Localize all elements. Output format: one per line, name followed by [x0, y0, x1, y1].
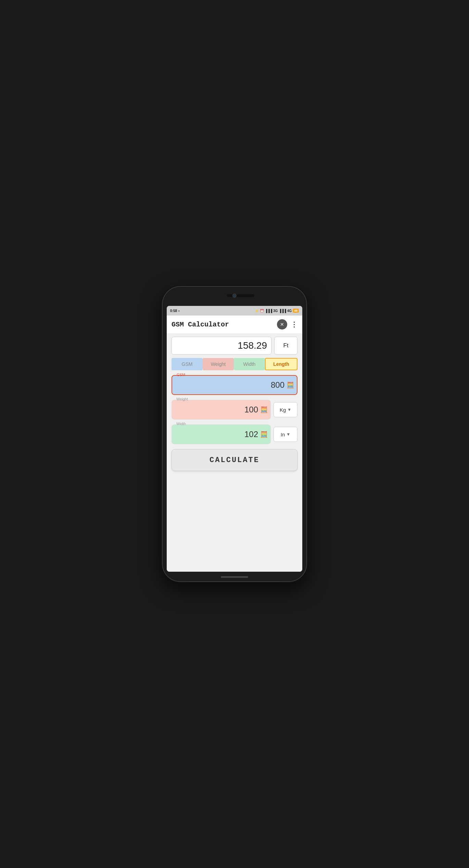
gsm-label: GSM	[176, 373, 186, 377]
width-unit-dropdown[interactable]: In ▼	[274, 427, 297, 442]
calculate-label: CALCULATE	[210, 456, 259, 464]
gsm-input[interactable]: GSM 800 🧮	[172, 375, 297, 395]
main-content: 158.29 Ft GSM Weight Width Length	[167, 333, 302, 572]
tab-width[interactable]: Width	[234, 358, 265, 370]
phone-shell: 0:58 ▪ ⚡ ⏰ ▐▐▐ 3G ▐▐▐ 4G 48 GSM Calculat…	[163, 287, 306, 581]
weight-value: 100	[244, 405, 258, 414]
battery-badge: 48	[293, 309, 299, 313]
width-value: 102	[244, 430, 258, 439]
gsm-field-group: GSM 800 🧮	[172, 375, 297, 395]
gsm-field-wrapper: GSM 800 🧮	[172, 375, 297, 395]
camera	[232, 294, 237, 298]
weight-field-group: Weight 100 🧮 Kg ▼	[172, 400, 297, 420]
status-right: ⚡ ⏰ ▐▐▐ 3G ▐▐▐ 4G 48	[255, 309, 299, 313]
width-unit-value: In	[281, 432, 285, 437]
weight-label: Weight	[175, 397, 189, 401]
app-title: GSM Calculator	[172, 321, 274, 328]
width-dropdown-arrow: ▼	[286, 432, 290, 437]
result-row: 158.29 Ft	[172, 337, 297, 355]
status-bar: 0:58 ▪ ⚡ ⏰ ▐▐▐ 3G ▐▐▐ 4G 48	[167, 306, 302, 315]
result-unit: Ft	[274, 337, 297, 355]
signal-4g-icon: ▐▐▐	[279, 309, 286, 313]
alarm-icon: ⏰	[260, 309, 264, 313]
weight-field-wrapper: Weight 100 🧮 Kg ▼	[172, 400, 297, 420]
close-button[interactable]: ✕	[277, 319, 287, 330]
gsm-value: 800	[271, 380, 284, 390]
phone-screen: 0:58 ▪ ⚡ ⏰ ▐▐▐ 3G ▐▐▐ 4G 48 GSM Calculat…	[167, 306, 302, 572]
width-field-wrapper: Width 102 🧮 In ▼	[172, 424, 297, 444]
status-icon-screen: ▪	[178, 309, 180, 313]
weight-unit-value: Kg	[280, 407, 286, 413]
weight-dropdown-arrow: ▼	[287, 407, 291, 412]
menu-button[interactable]: ⋮	[291, 320, 297, 328]
bluetooth-icon: ⚡	[255, 309, 259, 313]
weight-input[interactable]: Weight 100 🧮	[172, 400, 271, 420]
tab-gsm[interactable]: GSM	[172, 358, 203, 370]
status-time: 0:58	[170, 309, 177, 313]
tab-length[interactable]: Length	[265, 358, 297, 370]
weight-unit-dropdown[interactable]: Kg ▼	[274, 402, 297, 417]
network-4g-label: 4G	[287, 309, 292, 313]
width-label: Width	[175, 422, 187, 426]
result-value: 158.29	[238, 340, 267, 351]
width-input[interactable]: Width 102 🧮	[172, 424, 271, 444]
status-left: 0:58 ▪	[170, 309, 180, 313]
home-bar	[221, 576, 248, 578]
tab-weight[interactable]: Weight	[203, 358, 234, 370]
calculate-button[interactable]: CALCULATE	[172, 449, 297, 471]
width-field-group: Width 102 🧮 In ▼	[172, 424, 297, 444]
width-calc-icon[interactable]: 🧮	[260, 431, 268, 438]
gsm-calc-icon[interactable]: 🧮	[287, 381, 294, 389]
weight-calc-icon[interactable]: 🧮	[260, 406, 268, 413]
signal-3g-icon: ▐▐▐	[265, 309, 272, 313]
network-label: 3G	[273, 309, 278, 313]
speaker	[227, 294, 254, 297]
result-display: 158.29	[172, 337, 271, 355]
app-bar: GSM Calculator ✕ ⋮	[167, 315, 302, 333]
tab-row: GSM Weight Width Length	[172, 358, 297, 370]
